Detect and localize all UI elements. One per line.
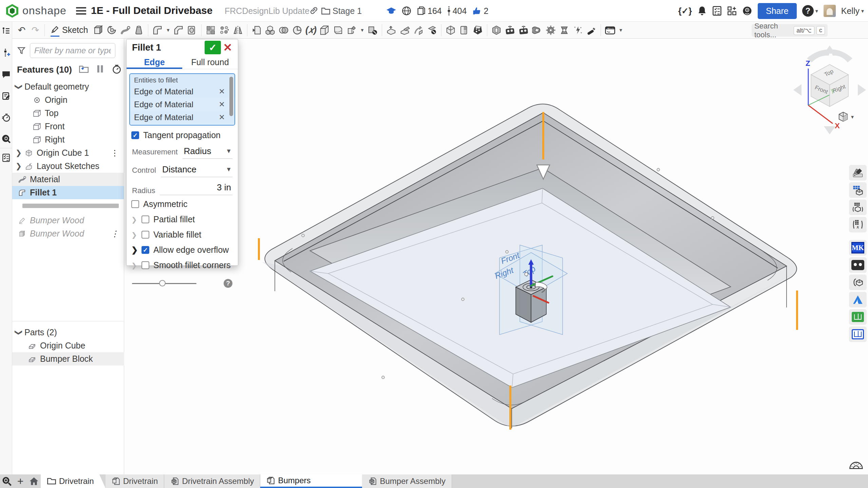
configured-features-panel-icon[interactable]	[849, 200, 867, 215]
part-item-origin-cube[interactable]: Origin Cube	[12, 339, 124, 352]
suppress-pause-icon[interactable]	[96, 64, 104, 75]
appearance-panel-icon[interactable]	[849, 165, 867, 181]
transform-button[interactable]	[345, 23, 358, 37]
tree-item-origin[interactable]: Origin	[12, 93, 124, 107]
workspace-version-label[interactable]: FRCDesignLib Update	[225, 6, 309, 16]
robot-feature-2-button[interactable]	[517, 23, 530, 37]
slider-handle[interactable]	[159, 280, 166, 286]
public-globe-icon[interactable]	[402, 6, 411, 16]
checkbox-unchecked-icon[interactable]	[141, 215, 149, 223]
entities-selection-list[interactable]: Entities to fillet Edge of Material ✕ Ed…	[129, 73, 235, 126]
likes-stat[interactable]: 2	[472, 6, 488, 16]
entities-scrollbar[interactable]	[229, 77, 233, 116]
cancel-button[interactable]: ✕	[221, 41, 234, 54]
chevron-right-icon[interactable]: ❯	[131, 215, 141, 224]
rollback-clock-icon[interactable]	[112, 64, 121, 75]
belt-feature-button[interactable]	[530, 23, 544, 37]
revolve-button[interactable]	[105, 23, 118, 37]
radius-value-input[interactable]: 3 in	[160, 182, 232, 195]
chamfer-button[interactable]	[172, 23, 185, 37]
rollback-bar[interactable]	[22, 204, 119, 208]
ai-assistant-icon[interactable]	[742, 6, 752, 16]
tab-assembly-drivetrain[interactable]: Drivetrain Assembly	[164, 474, 260, 488]
tab-edge[interactable]: Edge	[127, 56, 182, 69]
search-in-document-icon[interactable]	[1, 134, 11, 144]
undo-button[interactable]: ↶	[15, 23, 29, 37]
custom-feature-button[interactable]	[490, 23, 503, 37]
tree-group-default-geometry[interactable]: ❯ Default geometry	[12, 80, 124, 93]
hello-dropdown[interactable]: ▾	[617, 23, 624, 37]
versions-icon[interactable]	[1, 48, 11, 58]
sketch-origin-point[interactable]	[525, 273, 528, 276]
tree-group-parts[interactable]: ❯ Parts (2)	[12, 326, 124, 339]
breadcrumb[interactable]: Stage 1	[333, 6, 362, 16]
boolean-button[interactable]	[277, 23, 290, 37]
sheet-metal-tab-button[interactable]	[398, 23, 412, 37]
dialog-help-icon[interactable]: ?	[224, 279, 232, 288]
overflow-menu-icon[interactable]: ⋮	[111, 231, 119, 236]
variables-button[interactable]: (𝑥)	[304, 23, 318, 37]
fillet-button[interactable]	[151, 23, 164, 37]
extrude-button[interactable]	[91, 23, 105, 37]
derived-tab-icon[interactable]	[849, 275, 867, 290]
remove-entity-icon[interactable]: ✕	[219, 87, 225, 96]
search-tools-box[interactable]: Search tools... alt/⌥ c	[752, 24, 828, 37]
tab-partstudio-bumpers[interactable]: Bumpers	[260, 474, 362, 488]
part-item-bumper-block[interactable]: Bumper Block	[12, 352, 124, 365]
document-title[interactable]: 1E - Full Detail Drivebase	[91, 5, 212, 16]
sweep-button[interactable]	[118, 23, 132, 37]
partial-fillet-option[interactable]: ❯ Partial fillet	[127, 212, 238, 227]
filter-funnel-icon[interactable]	[17, 46, 26, 55]
user-menu[interactable]: Kelly ▾	[841, 6, 864, 16]
learning-cap-icon[interactable]	[386, 6, 396, 15]
featurescript-icon[interactable]: {✓}	[678, 6, 692, 16]
opacity-slider[interactable]	[132, 283, 196, 284]
blue-book-library-tab-icon[interactable]	[849, 326, 867, 342]
remove-entity-icon[interactable]: ✕	[219, 100, 225, 109]
tab-partstudio-drivetrain[interactable]: Drivetrain	[106, 474, 165, 488]
performance-icon[interactable]	[1, 113, 11, 123]
tangent-propagation-option[interactable]: ✓ Tangent propagation	[127, 128, 238, 143]
comments-icon[interactable]	[1, 69, 11, 79]
measure-protractor-icon[interactable]	[848, 457, 864, 471]
sprocket-feature-button[interactable]	[558, 23, 571, 37]
feature-list-icon[interactable]	[1, 26, 11, 36]
chevron-right-icon[interactable]: ❯	[131, 261, 141, 269]
marker-feature-button[interactable]	[585, 23, 598, 37]
delete-face-button[interactable]	[425, 23, 439, 37]
tree-item-fillet-1[interactable]: Fillet 1	[12, 186, 124, 199]
selected-entity-row[interactable]: Edge of Material ✕	[130, 111, 234, 124]
checkbox-unchecked-icon[interactable]	[131, 200, 139, 208]
tree-item-bumper-wood-sketch[interactable]: Bumper Wood	[12, 214, 124, 227]
measurement-select[interactable]: Radius ▼	[183, 145, 232, 159]
plane-button[interactable]	[318, 23, 331, 37]
view-options-button[interactable]: ▾	[838, 111, 854, 122]
tab-assembly-bumper[interactable]: Bumper Assembly	[362, 474, 452, 488]
sketch-button[interactable]: Sketch	[47, 25, 91, 35]
appearance-dice-button[interactable]	[471, 23, 485, 37]
selected-entity-row[interactable]: Edge of Material ✕	[130, 124, 234, 126]
mirror-button[interactable]	[231, 23, 245, 37]
overflow-menu-icon[interactable]: ⋮	[111, 151, 119, 155]
help-menu[interactable]: ? ▾	[802, 5, 818, 17]
follow-checklist-icon[interactable]	[1, 153, 11, 163]
notifications-bell-icon[interactable]	[697, 6, 707, 16]
onshape-logo-text[interactable]: onshape	[22, 4, 67, 17]
tree-item-layout-sketches[interactable]: ❯ Layout Sketches	[12, 159, 124, 173]
checkbox-checked-icon[interactable]: ✓	[141, 246, 149, 254]
remove-entity-icon[interactable]: ✕	[219, 113, 225, 122]
fillet-dropdown[interactable]: ▾	[164, 23, 172, 37]
tree-item-bumper-wood-extrude[interactable]: Bumper Wood ⋮	[12, 227, 124, 240]
split-button[interactable]	[263, 23, 277, 37]
versions-stat[interactable]: 404	[447, 6, 467, 16]
user-avatar[interactable]	[824, 5, 836, 17]
configured-variables-panel-icon[interactable]: x	[849, 217, 867, 232]
transform-dropdown[interactable]: ▾	[358, 23, 366, 37]
circular-pattern-button[interactable]	[218, 23, 231, 37]
share-button[interactable]: Share	[758, 3, 797, 19]
checkbox-checked-icon[interactable]: ✓	[131, 131, 139, 139]
checkbox-unchecked-icon[interactable]	[141, 231, 149, 239]
tasks-checklist-icon[interactable]	[712, 6, 722, 16]
sheet-metal-bend-button[interactable]	[412, 23, 425, 37]
robot-featurescript-tab-icon[interactable]	[849, 257, 867, 273]
